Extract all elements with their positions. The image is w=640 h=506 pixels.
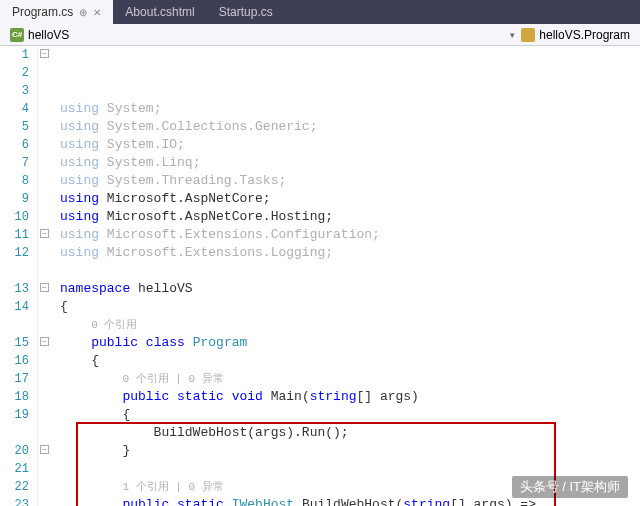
tab-bar: Program.cs ⊕ ✕ About.cshtml Startup.cs (0, 0, 640, 24)
context-bar: C# helloVS ▾ helloVS.Program (0, 24, 640, 46)
project-name: helloVS (28, 28, 69, 42)
code-editor[interactable]: 1234567891011121314151617181920212223242… (0, 46, 640, 506)
fold-icon[interactable]: − (40, 445, 49, 454)
tab-program[interactable]: Program.cs ⊕ ✕ (0, 0, 113, 24)
scope-selector[interactable]: helloVS.Program (515, 28, 636, 42)
tab-about[interactable]: About.cshtml (113, 0, 206, 24)
fold-column: − − − − − (38, 46, 54, 506)
fold-icon[interactable]: − (40, 337, 49, 346)
tab-label: About.cshtml (125, 5, 194, 19)
line-number-gutter: 1234567891011121314151617181920212223242… (0, 46, 38, 506)
watermark: 头条号 / IT架构师 (512, 476, 628, 498)
code-content[interactable]: using System;using System.Collections.Ge… (54, 46, 640, 506)
fold-icon[interactable]: − (40, 49, 49, 58)
close-icon[interactable]: ✕ (93, 7, 101, 18)
fold-icon[interactable]: − (40, 229, 49, 238)
class-icon (521, 28, 535, 42)
scope-name: helloVS.Program (539, 28, 630, 42)
tab-label: Program.cs (12, 5, 73, 19)
fold-icon[interactable]: − (40, 283, 49, 292)
pin-icon[interactable]: ⊕ (79, 7, 87, 18)
project-selector[interactable]: C# helloVS (4, 28, 75, 42)
csharp-icon: C# (10, 28, 24, 42)
tab-startup[interactable]: Startup.cs (207, 0, 285, 24)
tab-label: Startup.cs (219, 5, 273, 19)
